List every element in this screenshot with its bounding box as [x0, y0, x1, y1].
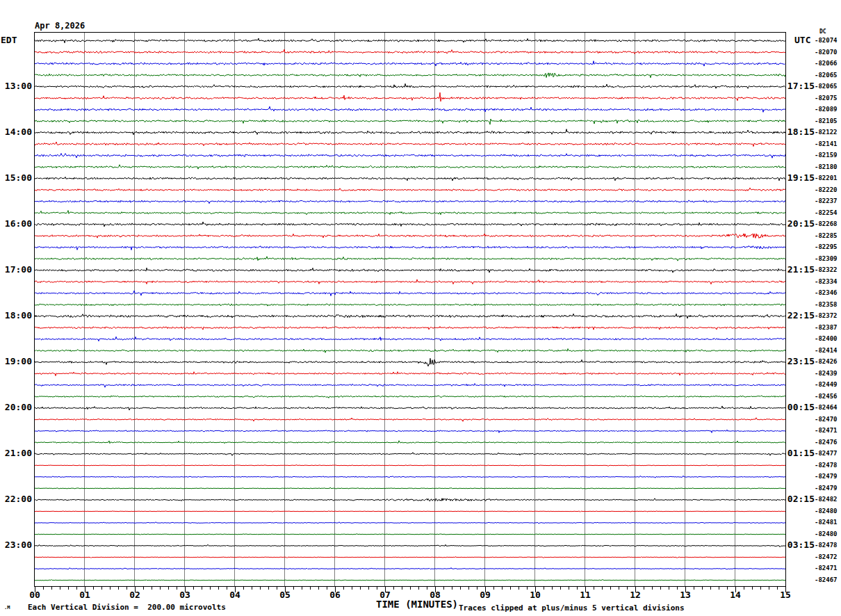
edt-label-2100: 21:00	[0, 448, 32, 457]
minor-tick	[610, 586, 611, 590]
minor-tick	[368, 586, 369, 590]
dc-offset-row-5: -82075	[815, 95, 838, 102]
x-tick-label-02: 02	[124, 590, 146, 600]
dc-offset-row-45: -82472	[815, 553, 838, 560]
minor-tick	[202, 586, 202, 590]
utc-label-0015: 00:15	[787, 403, 815, 412]
helicorder-screen: Apr 8,2026 PBMO HNZ NM 00 (Poplar Bluff,…	[0, 0, 841, 616]
minor-tick	[118, 586, 119, 590]
dc-offset-row-23: -82358	[815, 301, 838, 308]
minor-tick	[519, 586, 519, 590]
x-tick-label-06: 06	[324, 590, 346, 600]
dc-offset-row-40: -82482	[815, 496, 838, 503]
dc-offset-row-41: -82480	[815, 508, 838, 514]
minor-tick	[452, 586, 452, 590]
seismogram-plot[interactable]	[34, 32, 786, 587]
minor-tick	[252, 586, 252, 590]
dc-offset-row-42: -82481	[815, 519, 838, 526]
dc-offset-row-31: -82456	[815, 393, 838, 400]
utc-label-0115: 01:15	[787, 448, 815, 457]
dc-offset-row-25: -82387	[815, 324, 838, 331]
dc-offset-row-44: -82478	[815, 542, 838, 549]
minor-tick	[110, 586, 111, 590]
utc-label-2115: 21:15	[787, 265, 815, 274]
minor-tick	[468, 586, 469, 590]
right-timezone-label: UTC	[794, 35, 810, 45]
dc-offset-row-27: -82414	[815, 347, 838, 354]
minor-tick	[460, 586, 461, 590]
dc-offset-row-17: -82285	[815, 232, 838, 239]
header-date: Apr 8,2026	[35, 21, 161, 31]
dc-offset-row-30: -82449	[815, 381, 838, 388]
minor-tick	[310, 586, 311, 590]
clip-note: Traces clipped at plus/minus 5 vertical …	[459, 603, 685, 613]
edt-label-1400: 14:00	[0, 127, 32, 136]
x-tick-label-13: 13	[674, 590, 696, 600]
x-tick-label-14: 14	[724, 590, 746, 600]
utc-label-1915: 19:15	[787, 173, 815, 182]
dc-offset-row-0: -82074	[815, 37, 838, 44]
trace-canvas[interactable]	[35, 33, 785, 586]
utc-label-2215: 22:15	[787, 311, 815, 320]
dc-offset-row-14: -82237	[815, 197, 838, 204]
dc-offset-row-22: -82346	[815, 289, 838, 296]
dc-offset-row-7: -82105	[815, 117, 838, 124]
minor-tick	[710, 586, 711, 590]
x-tick-label-10: 10	[524, 590, 546, 600]
dc-offset-row-33: -82470	[815, 416, 838, 423]
x-tick-label-15: 15	[774, 590, 797, 600]
edt-label-2000: 20:00	[0, 403, 32, 412]
dc-offset-row-24: -82372	[815, 312, 838, 319]
minor-tick	[760, 586, 761, 590]
dc-offset-row-8: -82122	[815, 129, 838, 136]
minor-tick	[669, 586, 669, 590]
dc-offset-row-11: -82180	[815, 163, 838, 170]
left-timezone-label: EDT	[1, 35, 17, 45]
scale-note: Each Vertical Division = 200.00 microvol…	[28, 603, 226, 612]
dc-offset-row-13: -82220	[815, 186, 838, 193]
x-axis-title: TIME (MINUTES)	[376, 599, 458, 610]
utc-label-1815: 18:15	[787, 127, 815, 136]
x-tick-label-01: 01	[74, 590, 96, 600]
dc-offset-row-21: -82334	[815, 278, 838, 285]
utc-label-2315: 23:15	[787, 357, 815, 366]
x-tick-label-11: 11	[574, 590, 596, 600]
dc-offset-row-36: -82477	[815, 450, 838, 457]
utc-label-1715: 17:15	[787, 81, 815, 90]
minor-tick	[160, 586, 161, 590]
dc-offset-row-46: -82471	[815, 565, 838, 572]
edt-label-1800: 18:00	[0, 311, 32, 320]
dc-offset-row-38: -82479	[815, 473, 838, 480]
edt-label-1600: 16:00	[0, 219, 32, 228]
minor-tick	[752, 586, 753, 590]
minor-tick	[410, 586, 411, 590]
minor-tick	[602, 586, 603, 590]
minor-tick	[660, 586, 661, 590]
dc-offset-row-37: -82478	[815, 462, 838, 469]
dc-offset-row-39: -82479	[815, 485, 838, 492]
dc-offset-row-34: -82471	[815, 427, 838, 434]
edt-label-1900: 19:00	[0, 357, 32, 366]
dc-offset-row-6: -82089	[815, 106, 838, 113]
minor-tick	[702, 586, 703, 590]
minor-tick	[719, 586, 719, 590]
minor-tick	[619, 586, 619, 590]
minor-tick	[68, 586, 69, 590]
x-tick-label-12: 12	[624, 590, 646, 600]
dc-offset-row-26: -82400	[815, 335, 838, 342]
minor-tick	[218, 586, 219, 590]
edt-label-2300: 23:00	[0, 540, 32, 549]
minor-tick	[360, 586, 361, 590]
dc-offset-row-10: -82159	[815, 152, 838, 159]
minor-tick	[769, 586, 769, 590]
utc-label-0315: 03:15	[787, 540, 815, 549]
minor-tick	[60, 586, 60, 590]
dc-offset-row-43: -82480	[815, 530, 838, 537]
edt-label-1300: 13:00	[0, 81, 32, 90]
minor-tick	[352, 586, 352, 590]
minor-tick	[569, 586, 569, 590]
x-tick-label-00: 00	[24, 590, 46, 600]
utc-label-2015: 20:15	[787, 219, 815, 228]
dc-offset-row-2: -82066	[815, 60, 838, 67]
minor-tick	[318, 586, 319, 590]
